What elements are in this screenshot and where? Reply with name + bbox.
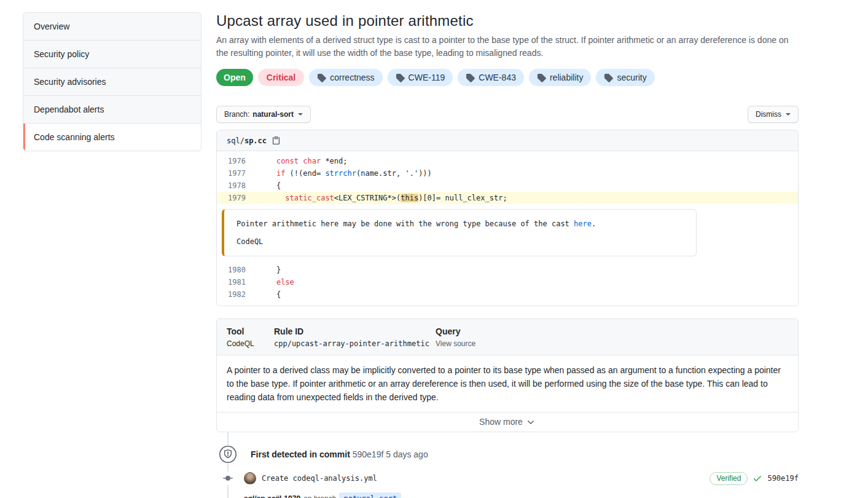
code-text: const char *end; bbox=[259, 155, 348, 167]
first-detected-event: First detected in commit 590e19f 5 days … bbox=[216, 445, 428, 464]
timeline-line bbox=[227, 432, 229, 498]
sidebar-item-dependabot-alerts[interactable]: Dependabot alerts bbox=[23, 96, 201, 124]
tag-icon bbox=[396, 73, 405, 82]
code-line-1978: 1978 { bbox=[217, 180, 798, 192]
show-more-label: Show more bbox=[479, 417, 523, 427]
tag-icon bbox=[604, 73, 613, 82]
alert-toolbar: Branch: natural-sort Dismiss bbox=[216, 106, 799, 123]
annotation-message: Pointer arithmetic here may be done with… bbox=[237, 219, 684, 229]
alert-main: Upcast array used in pointer arithmetic … bbox=[216, 12, 799, 498]
tag-icon bbox=[466, 73, 475, 82]
code-line-1979: 1979 static_cast<LEX_CSTRING*>(this)[0]=… bbox=[217, 192, 798, 204]
code-body: 1976 const char *end;1977 if (!(end= str… bbox=[217, 151, 798, 306]
code-lines-after: 1980 }1981 else1982 { bbox=[217, 264, 798, 301]
rule-id-column: Rule ID cpp/upcast-array-pointer-arithme… bbox=[274, 326, 436, 348]
branch-name: natural-sort bbox=[252, 110, 294, 119]
code-line-1982: 1982 { bbox=[217, 288, 798, 301]
location-middle-text: on branch bbox=[303, 494, 336, 498]
page-title: Upcast array used in pointer arithmetic bbox=[216, 12, 799, 30]
label-text: CWE-119 bbox=[409, 72, 445, 83]
commit-sha-link[interactable]: 590e19f bbox=[767, 474, 799, 483]
commit-event: Create codeql-analysis.yml Verified 590e… bbox=[216, 472, 799, 485]
code-line-1977: 1977 if (!(end= strrchr(name.str, '.'))) bbox=[217, 167, 798, 180]
code-text: { bbox=[259, 288, 281, 301]
rule-details-header: Tool CodeQL Rule ID cpp/upcast-array-poi… bbox=[217, 319, 798, 355]
dismiss-label: Dismiss bbox=[756, 110, 781, 119]
sidebar-item-security-advisories[interactable]: Security advisories bbox=[23, 68, 201, 96]
rule-description: A pointer to a derived class may be impl… bbox=[217, 355, 798, 412]
branch-label: Branch: bbox=[224, 110, 249, 119]
code-text: static_cast<LEX_CSTRING*>(this)[0]= null… bbox=[259, 192, 507, 204]
code-file-header: sql/sp.cc bbox=[217, 130, 798, 151]
code-line-1976: 1976 const char *end; bbox=[217, 155, 798, 167]
label-text: security bbox=[617, 72, 646, 83]
severity-badge-critical: Critical bbox=[258, 69, 304, 86]
query-label: Query bbox=[436, 326, 475, 336]
annotation-tool-name: CodeQL bbox=[237, 237, 684, 247]
verified-badge[interactable]: Verified bbox=[710, 472, 748, 485]
line-number[interactable]: 1978 bbox=[217, 180, 259, 192]
line-number[interactable]: 1982 bbox=[217, 288, 259, 301]
location-path: sql/sp.cc#L1979 bbox=[244, 494, 300, 498]
file-path: sql/sp.cc bbox=[227, 136, 267, 145]
badge-row: Open Critical correctnessCWE-119CWE-843r… bbox=[216, 69, 799, 86]
label-text: correctness bbox=[330, 72, 374, 83]
sidebar-item-code-scanning-alerts[interactable]: Code scanning alerts bbox=[23, 124, 201, 151]
codeql-annotation: Pointer arithmetic here may be done with… bbox=[222, 209, 697, 256]
line-number[interactable]: 1976 bbox=[217, 155, 259, 167]
sidebar-item-overview[interactable]: Overview bbox=[23, 13, 201, 41]
security-sidebar: OverviewSecurity policySecurity advisori… bbox=[23, 12, 201, 151]
branch-pill[interactable]: natural-sort bbox=[339, 492, 401, 498]
branch-select-button[interactable]: Branch: natural-sort bbox=[216, 106, 311, 123]
alert-timeline: First detected in commit 590e19f 5 days … bbox=[216, 432, 799, 498]
line-number[interactable]: 1977 bbox=[217, 167, 259, 180]
first-detected-text: First detected in commit 590e19f 5 days … bbox=[251, 449, 428, 459]
label-list: correctnessCWE-119CWE-843reliabilitysecu… bbox=[309, 69, 654, 86]
alert-location: sql/sp.cc#L1979 on branch natural-sort bbox=[244, 492, 401, 498]
label-cwe-843[interactable]: CWE-843 bbox=[458, 69, 524, 86]
label-security[interactable]: security bbox=[596, 69, 654, 86]
rule-id-value: cpp/upcast-array-pointer-arithmetic bbox=[274, 339, 436, 348]
dismiss-button[interactable]: Dismiss bbox=[748, 106, 799, 123]
label-cwe-119[interactable]: CWE-119 bbox=[388, 69, 453, 86]
view-source-link[interactable]: View source bbox=[436, 339, 475, 348]
code-text: else bbox=[259, 276, 294, 288]
tool-label: Tool bbox=[227, 326, 274, 336]
first-detected-meta: 590e19f 5 days ago bbox=[353, 449, 428, 459]
rule-details-panel: Tool CodeQL Rule ID cpp/upcast-array-poi… bbox=[216, 318, 799, 432]
annotation-here-link[interactable]: here bbox=[574, 219, 592, 228]
state-badge-open: Open bbox=[216, 69, 253, 86]
code-line-1981: 1981 else bbox=[217, 276, 798, 288]
line-number[interactable]: 1981 bbox=[217, 276, 259, 288]
alert-summary: An array with elements of a derived stru… bbox=[216, 34, 799, 60]
code-line-1980: 1980 } bbox=[217, 264, 798, 276]
rule-id-label: Rule ID bbox=[274, 326, 436, 336]
line-number[interactable]: 1979 bbox=[217, 192, 259, 204]
tool-column: Tool CodeQL bbox=[227, 326, 274, 348]
git-commit-icon bbox=[222, 472, 234, 485]
label-text: CWE-843 bbox=[479, 72, 516, 83]
show-more-button[interactable]: Show more bbox=[217, 412, 798, 432]
label-correctness[interactable]: correctness bbox=[309, 69, 382, 86]
chevron-down-icon bbox=[526, 417, 536, 427]
line-number[interactable]: 1980 bbox=[217, 264, 259, 276]
tag-icon bbox=[317, 73, 326, 82]
code-lines-before: 1976 const char *end;1977 if (!(end= str… bbox=[217, 155, 798, 204]
label-reliability[interactable]: reliability bbox=[529, 69, 591, 86]
chevron-down-icon bbox=[786, 113, 791, 116]
label-text: reliability bbox=[550, 72, 583, 83]
sidebar-item-security-policy[interactable]: Security policy bbox=[23, 41, 201, 68]
avatar[interactable] bbox=[244, 472, 256, 484]
tag-icon bbox=[537, 73, 546, 82]
commit-meta: Verified 590e19f bbox=[710, 472, 799, 485]
query-column: Query View source bbox=[436, 326, 475, 348]
code-text: } bbox=[259, 264, 281, 276]
check-icon bbox=[753, 473, 762, 483]
code-text: { bbox=[259, 180, 281, 192]
code-text: if (!(end= strrchr(name.str, '.'))) bbox=[259, 167, 432, 180]
commit-message-link[interactable]: Create codeql-analysis.yml bbox=[262, 474, 377, 483]
tool-value: CodeQL bbox=[227, 339, 274, 348]
code-snippet-panel: sql/sp.cc 1976 const char *end;1977 if (… bbox=[216, 130, 799, 306]
clipboard-icon[interactable] bbox=[272, 136, 281, 145]
chevron-down-icon bbox=[298, 113, 303, 116]
